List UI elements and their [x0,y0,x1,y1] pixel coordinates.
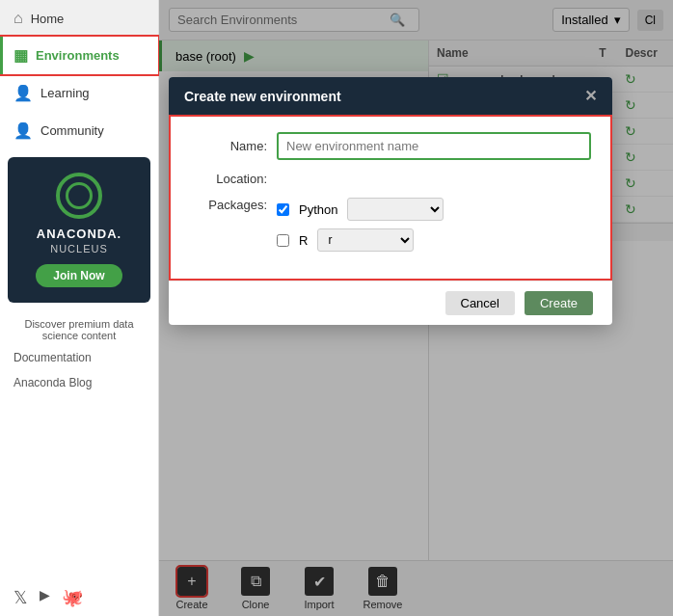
youtube-icon[interactable]: ▶ [40,587,50,608]
name-row: Name: [190,132,591,160]
discover-text: Discover premium data science content [0,310,158,345]
sidebar-item-learning[interactable]: 👤 Learning [0,74,158,112]
join-now-button[interactable]: Join Now [36,264,121,287]
sidebar-item-label: Home [31,12,65,26]
location-row: Location: [190,172,591,186]
social-links: 𝕏 ▶ 🐙 [0,579,158,616]
name-label: Name: [190,139,267,153]
packages-label: Packages: [190,198,267,212]
packages-inputs: Python R r [277,198,444,252]
blog-link[interactable]: Anaconda Blog [0,370,158,395]
modal-header: Create new environment ✕ [169,77,612,115]
community-icon: 👤 [13,121,33,140]
nucleus-subtitle: NUCLEUS [19,243,139,254]
sidebar: ⌂ Home ▦ Environments 👤 Learning 👤 Commu… [0,0,159,616]
documentation-link[interactable]: Documentation [0,345,158,370]
create-env-modal: Create new environment ✕ Name: Location:… [169,77,612,325]
modal-overlay: Create new environment ✕ Name: Location:… [159,0,673,616]
environments-icon: ▦ [13,46,28,65]
python-label: Python [299,202,337,217]
nucleus-logo-inner [66,182,93,209]
sidebar-item-label: Learning [40,86,90,100]
sidebar-item-home[interactable]: ⌂ Home [0,0,158,37]
location-label: Location: [190,172,267,186]
main-area: 🔍 Installed ▾ Cl base (root) ▶ mypython [159,0,673,616]
env-name-input[interactable] [277,132,591,160]
nucleus-logo [56,173,102,219]
learning-icon: 👤 [13,84,33,102]
r-label: R [299,233,308,248]
modal-footer: Cancel Create [169,281,612,325]
nucleus-title: ANACONDA. [19,227,139,241]
r-version-select[interactable]: r [317,228,414,252]
python-pkg-row: Python [277,198,444,221]
python-checkbox[interactable] [277,203,289,216]
sidebar-item-environments[interactable]: ▦ Environments [0,37,158,74]
sidebar-item-community[interactable]: 👤 Community [0,112,158,149]
modal-title: Create new environment [184,89,341,104]
nucleus-box: ANACONDA. NUCLEUS Join Now [8,157,150,303]
home-icon: ⌂ [13,10,23,27]
packages-row: Packages: Python R [190,198,591,252]
modal-close-button[interactable]: ✕ [584,87,597,105]
sidebar-item-label: Community [40,123,104,138]
create-button[interactable]: Create [525,291,593,315]
cancel-button[interactable]: Cancel [445,291,515,315]
python-version-select[interactable] [347,198,444,221]
github-icon[interactable]: 🐙 [62,587,83,608]
twitter-icon[interactable]: 𝕏 [13,587,28,608]
sidebar-item-label: Environments [36,48,120,63]
r-checkbox[interactable] [277,234,289,247]
modal-body: Name: Location: Packages: Python [169,115,612,281]
r-pkg-row: R r [277,228,444,252]
